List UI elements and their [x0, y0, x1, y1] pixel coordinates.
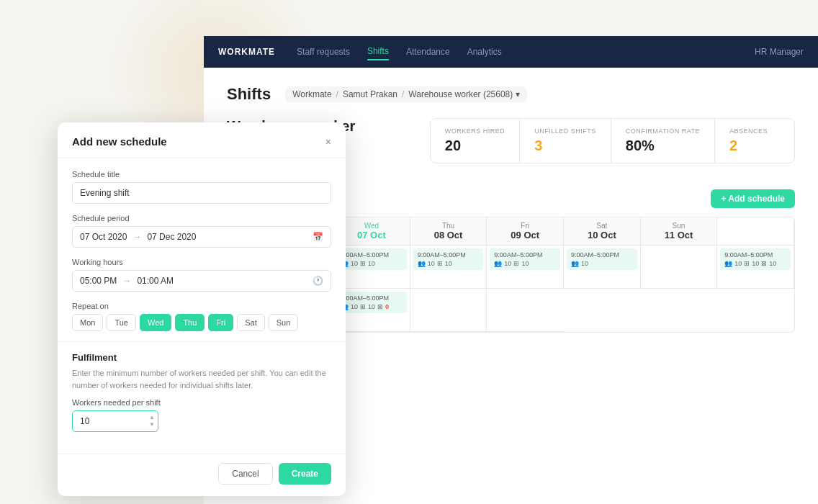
- time-range-input[interactable]: 05:00 PM → 01:00 AM 🕐: [72, 270, 331, 292]
- shift-fri-2[interactable]: 9:00AM–5:00PM 👥10⊞10⊠0: [336, 292, 407, 313]
- cal-cell-sun-1: 9:00AM–5:00PM 👥10: [564, 246, 641, 289]
- cancel-button[interactable]: Cancel: [218, 463, 272, 485]
- schedule-period-group: Schedule period 07 Oct 2020 → 07 Dec 202…: [72, 214, 331, 248]
- breadcrumb-samut: Samut Prakan: [343, 89, 397, 99]
- schedule-period-label: Schedule period: [72, 214, 331, 222]
- shift-tue-2[interactable]: 9:00AM–5:00PM 👥10⊞10⊠10: [720, 248, 791, 270]
- nav-user[interactable]: HR Manager: [755, 47, 804, 57]
- breadcrumb-warehouse: Warehouse worker (25608) ▾: [408, 89, 520, 99]
- schedule-title-input[interactable]: [72, 182, 331, 204]
- period-end: 07 Dec 2020: [147, 232, 196, 242]
- stat-label-3: ABSENCES: [729, 127, 780, 135]
- stat-unfilled-shifts: UNFILLED SHIFTS 3: [520, 119, 611, 163]
- time-arrow: →: [122, 276, 131, 286]
- workers-input-wrap: ▲ ▼: [72, 410, 158, 432]
- day-btn-tue[interactable]: Tue: [107, 314, 136, 331]
- fulfilment-desc: Enter the minimum number of workers need…: [72, 367, 331, 391]
- cal-header-sat: Sat 10 Oct: [564, 217, 641, 246]
- day-btn-wed[interactable]: Wed: [140, 314, 171, 331]
- stat-value-2: 80%: [626, 138, 700, 154]
- stat-label-0: WORKERS HIRED: [445, 127, 505, 135]
- cal-cell-sat-1: 9:00AM–5:00PM 👥10⊞10: [487, 246, 564, 289]
- stat-label-1: UNFILLED SHIFTS: [534, 127, 596, 135]
- period-start: 07 Oct 2020: [80, 232, 127, 242]
- create-button[interactable]: Create: [279, 463, 331, 485]
- modal-header: Add new schedule ×: [58, 122, 346, 158]
- modal-body: Schedule title Schedule period 07 Oct 20…: [58, 158, 346, 454]
- modal-close-button[interactable]: ×: [325, 137, 331, 147]
- nav-item-staff-requests[interactable]: Staff requests: [297, 44, 350, 60]
- stat-workers-hired: WORKERS HIRED 20: [431, 119, 521, 163]
- fulfilment-title: Fulfilment: [72, 352, 331, 363]
- cal-header-sun: Sun 11 Oct: [641, 217, 718, 246]
- stat-confirmation-rate: CONFIRMATION RATE 80%: [611, 119, 715, 163]
- clock-icon: 🕐: [313, 276, 323, 286]
- cal-header-fri: Fri 09 Oct: [487, 217, 564, 246]
- workers-per-shift-input[interactable]: [72, 410, 158, 432]
- page-title: Shifts: [227, 85, 271, 104]
- modal-title: Add new schedule: [72, 135, 167, 148]
- date-range-arrow: →: [132, 232, 141, 242]
- stat-value-0: 20: [445, 138, 505, 154]
- add-schedule-button[interactable]: + Add schedule: [711, 189, 795, 208]
- breadcrumb-bar: Shifts Workmate / Samut Prakan / Warehou…: [227, 85, 795, 104]
- hours-start: 05:00 PM: [80, 276, 117, 286]
- working-hours-group: Working hours 05:00 PM → 01:00 AM 🕐: [72, 258, 331, 292]
- cal-cell-sun-2: [487, 289, 564, 332]
- repeat-on-group: Repeat on Mon Tue Wed Thu Fri Sat Sun: [72, 302, 331, 331]
- day-btn-thu[interactable]: Thu: [175, 314, 204, 331]
- nav-items: Staff requests Shifts Attendance Analyti…: [297, 43, 755, 60]
- number-spinners: ▲ ▼: [148, 414, 156, 428]
- day-btn-sun[interactable]: Sun: [269, 314, 299, 331]
- day-btn-fri[interactable]: Fri: [208, 314, 233, 331]
- workers-label: Workers needed per shift: [72, 398, 331, 407]
- stat-value-3: 2: [729, 138, 780, 154]
- date-range-input[interactable]: 07 Oct 2020 → 07 Dec 2020 📅: [72, 226, 331, 248]
- schedule-title-group: Schedule title: [72, 170, 331, 204]
- cal-time-1: [717, 217, 794, 246]
- calendar-icon[interactable]: 📅: [313, 232, 323, 242]
- shift-fri-1[interactable]: 9:00AM–5:00PM 👥10⊞10: [413, 248, 484, 270]
- add-schedule-modal: Add new schedule × Schedule title Schedu…: [58, 122, 346, 496]
- section-divider: [58, 341, 346, 342]
- hours-end: 01:00 AM: [137, 276, 174, 286]
- navbar: WORKMATE Staff requests Shifts Attendanc…: [204, 36, 818, 68]
- shift-thu-1[interactable]: 9:00AM–5:00PM 👥10⊞10: [336, 248, 407, 270]
- workers-per-shift-group: Workers needed per shift ▲ ▼: [72, 398, 331, 432]
- breadcrumb-sep-1: /: [336, 89, 338, 99]
- stat-absences: ABSENCES 2: [715, 119, 794, 163]
- nav-logo: WORKMATE: [218, 47, 275, 57]
- cal-cell-tue-2: 9:00AM–5:00PM 👥10⊞10⊠10: [717, 246, 794, 289]
- working-hours-label: Working hours: [72, 258, 331, 266]
- cal-time-2: [641, 246, 718, 289]
- shift-sun-1[interactable]: 9:00AM–5:00PM 👥10: [567, 248, 637, 270]
- day-buttons: Mon Tue Wed Thu Fri Sat Sun: [72, 314, 331, 331]
- spinner-down[interactable]: ▼: [148, 421, 156, 428]
- cal-header-thu: Thu 08 Oct: [410, 217, 487, 246]
- day-btn-mon[interactable]: Mon: [72, 314, 103, 331]
- stats-row: WORKERS HIRED 20 UNFILLED SHIFTS 3 CONFI…: [430, 118, 795, 163]
- schedule-title-label: Schedule title: [72, 170, 331, 179]
- day-btn-sat[interactable]: Sat: [237, 314, 265, 331]
- nav-item-attendance[interactable]: Attendance: [406, 44, 450, 60]
- cal-cell-fri-1: 9:00AM–5:00PM 👥10⊞10: [410, 246, 487, 289]
- breadcrumb: Workmate / Samut Prakan / Warehouse work…: [285, 86, 527, 102]
- nav-item-analytics[interactable]: Analytics: [467, 44, 502, 60]
- breadcrumb-sep-2: /: [402, 89, 404, 99]
- nav-item-shifts[interactable]: Shifts: [367, 43, 389, 60]
- repeat-on-label: Repeat on: [72, 302, 331, 310]
- modal-footer: Cancel Create: [58, 454, 346, 496]
- cal-cell-sat-2: [410, 289, 487, 332]
- spinner-up[interactable]: ▲: [148, 414, 156, 421]
- breadcrumb-workmate: Workmate: [292, 89, 331, 99]
- chevron-down-icon: ▾: [516, 89, 520, 99]
- shift-sat-1[interactable]: 9:00AM–5:00PM 👥10⊞10: [490, 248, 560, 270]
- stat-value-1: 3: [534, 138, 596, 154]
- stat-label-2: CONFIRMATION RATE: [626, 127, 700, 135]
